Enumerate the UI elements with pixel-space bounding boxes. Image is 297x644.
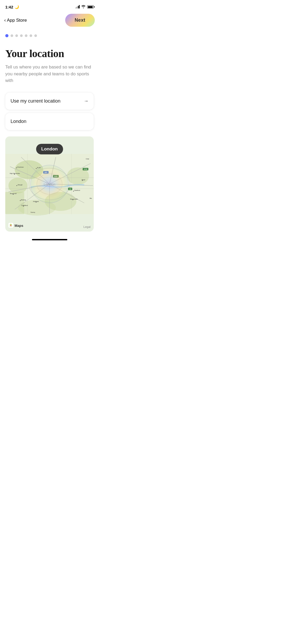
london-tooltip: London xyxy=(36,144,63,154)
location-options: Use my current location → xyxy=(5,93,94,130)
back-chevron-icon: ‹ xyxy=(4,17,6,23)
svg-point-34 xyxy=(16,185,17,186)
svg-text:Chel: Chel xyxy=(86,158,89,159)
maps-brand: Maps xyxy=(8,223,23,228)
map-container: M25 A406 A2 A130 xyxy=(5,136,94,232)
status-time: 1:42 🌙 xyxy=(5,5,19,9)
legal-link[interactable]: Legal xyxy=(83,225,91,228)
svg-text:Basil: Basil xyxy=(82,179,85,180)
apple-maps-logo-icon xyxy=(8,223,13,228)
use-location-label: Use my current location xyxy=(11,98,60,104)
svg-text:Chesham: Chesham xyxy=(17,166,24,168)
moon-icon: 🌙 xyxy=(15,5,19,9)
svg-text:A2: A2 xyxy=(69,188,71,190)
dot-3 xyxy=(15,34,18,37)
svg-point-36 xyxy=(20,200,21,201)
svg-text:Surrey: Surrey xyxy=(31,211,35,213)
location-search-card[interactable] xyxy=(5,113,94,130)
svg-point-40 xyxy=(73,191,74,191)
dot-4 xyxy=(20,34,23,37)
location-search-input[interactable] xyxy=(11,119,88,124)
svg-point-2 xyxy=(8,178,27,194)
svg-text:Guildford: Guildford xyxy=(21,204,28,206)
signal-icon xyxy=(76,5,80,8)
dot-2 xyxy=(11,34,13,37)
dot-6 xyxy=(30,34,32,37)
svg-text:Ma: Ma xyxy=(89,197,92,199)
svg-text:Bracknell: Bracknell xyxy=(10,192,17,194)
next-button[interactable]: Next xyxy=(65,14,95,27)
time-display: 1:42 xyxy=(5,5,13,9)
page-title: Your location xyxy=(5,48,94,59)
svg-point-59 xyxy=(10,225,11,226)
status-bar: 1:42 🌙 xyxy=(0,0,99,12)
svg-text:High Wycombe: High Wycombe xyxy=(10,172,20,174)
arrow-icon: → xyxy=(84,98,88,104)
page-subtitle: Tell us where you are based so we can fi… xyxy=(5,64,94,84)
svg-text:A130: A130 xyxy=(84,168,87,170)
svg-text:Woking: Woking xyxy=(21,199,26,200)
home-bar xyxy=(32,239,67,240)
maps-label: Maps xyxy=(15,224,23,228)
dot-1 xyxy=(5,34,8,37)
dot-7 xyxy=(34,34,37,37)
progress-dots xyxy=(0,30,99,44)
svg-point-32 xyxy=(16,167,17,168)
svg-text:St All: St All xyxy=(37,167,41,168)
app-store-label: App Store xyxy=(7,18,27,23)
use-current-location-card[interactable]: Use my current location → xyxy=(5,93,94,110)
status-icons xyxy=(76,5,94,9)
svg-text:London: London xyxy=(44,182,55,186)
dot-5 xyxy=(25,34,27,37)
battery-icon xyxy=(87,5,94,8)
svg-text:Dartford: Dartford xyxy=(74,189,80,191)
svg-text:Sevenoaks: Sevenoaks xyxy=(70,198,78,200)
back-button[interactable]: ‹ App Store xyxy=(4,17,27,23)
svg-text:Ashtead: Ashtead xyxy=(33,200,39,202)
main-content: Your location Tell us where you are base… xyxy=(0,44,99,136)
nav-bar: ‹ App Store Next xyxy=(0,12,99,30)
svg-point-31 xyxy=(36,168,37,169)
svg-text:Slough: Slough xyxy=(18,184,23,185)
home-indicator xyxy=(0,237,99,242)
wifi-icon xyxy=(81,5,86,9)
